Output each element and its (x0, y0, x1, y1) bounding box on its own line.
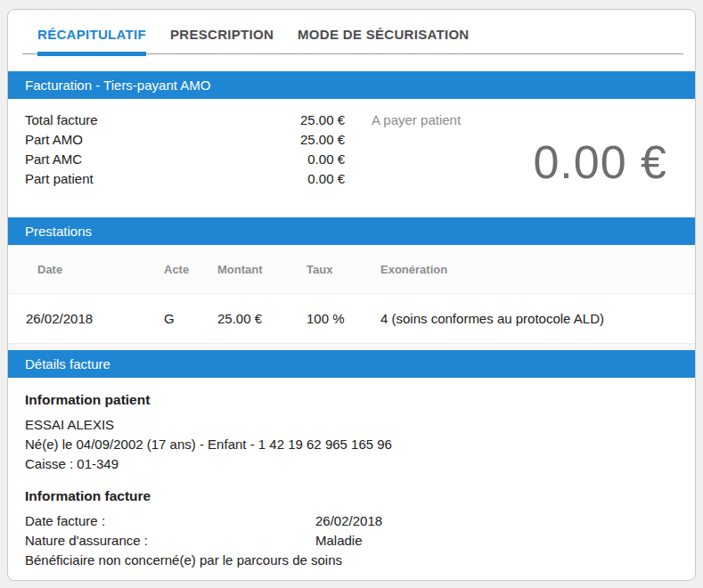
patient-caisse: Caisse : 01-349 (25, 454, 677, 474)
prestations-table-header: Date Acte Montant Taux Exonération (8, 245, 695, 293)
part-patient-value: 0.00 € (307, 169, 345, 189)
part-amc-value: 0.00 € (307, 150, 345, 169)
prestation-table-row: 26/02/2018 G 25.00 € 100 % 4 (soins conf… (8, 293, 695, 344)
nature-assurance-value: Maladie (315, 531, 363, 551)
date-facture-value: 26/02/2018 (315, 511, 382, 531)
part-amo-label: Part AMO (25, 130, 83, 150)
total-facture-value: 25.00 € (300, 110, 345, 130)
prestation-exoneration: 4 (soins conformes au protocole ALD) (380, 311, 695, 326)
patient-due-amount: 0.00 € (372, 139, 667, 185)
details-facture-section-header: Détails facture (8, 350, 695, 378)
date-facture-label: Date facture : (25, 511, 315, 531)
column-header-date: Date (26, 263, 164, 276)
parcours-de-soins-note: Bénéficiaire non concerné(e) par le parc… (25, 551, 677, 570)
prestation-date: 26/02/2018 (26, 311, 164, 326)
information-patient-title: Information patient (25, 390, 677, 410)
part-amo-value: 25.00 € (300, 130, 345, 150)
tab-mode-de-securisation[interactable]: MODE DE SÉCURISATION (298, 27, 469, 53)
part-patient-label: Part patient (25, 169, 94, 189)
part-amo-row: Part AMO 25.00 € (25, 130, 345, 150)
total-facture-label: Total facture (25, 110, 98, 130)
tab-recapitulatif[interactable]: RÉCAPITULATIF (37, 27, 146, 56)
column-header-acte: Acte (164, 263, 217, 276)
column-header-exoneration: Exonération (380, 263, 695, 276)
patient-name: ESSAI ALEXIS (25, 415, 677, 435)
column-header-montant: Montant (217, 263, 307, 276)
patient-due-label: A payer patient (372, 110, 667, 130)
patient-due-panel: A payer patient 0.00 € (345, 110, 695, 217)
part-amc-label: Part AMC (25, 150, 82, 169)
table-bottom-spacer (8, 344, 695, 350)
total-facture-row: Total facture 25.00 € (25, 110, 345, 130)
prestations-section-header: Prestations (8, 217, 695, 245)
tab-prescription[interactable]: PRESCRIPTION (170, 27, 274, 53)
tab-bar: RÉCAPITULATIF PRESCRIPTION MODE DE SÉCUR… (22, 10, 683, 54)
invoice-summary-panel: RÉCAPITULATIF PRESCRIPTION MODE DE SÉCUR… (7, 9, 696, 581)
billing-amounts-list: Total facture 25.00 € Part AMO 25.00 € P… (25, 110, 345, 217)
date-facture-row: Date facture : 26/02/2018 (25, 511, 677, 531)
nature-assurance-row: Nature d'assurance : Maladie (25, 531, 677, 551)
nature-assurance-label: Nature d'assurance : (25, 531, 315, 551)
part-amc-row: Part AMC 0.00 € (25, 150, 345, 169)
facturation-section-header: Facturation - Tiers-payant AMO (8, 71, 695, 99)
prestation-montant: 25.00 € (217, 311, 307, 326)
column-header-taux: Taux (307, 263, 380, 276)
billing-totals-section: Total facture 25.00 € Part AMO 25.00 € P… (8, 99, 695, 217)
prestation-taux: 100 % (307, 311, 380, 326)
patient-birth-line: Né(e) le 04/09/2002 (17 ans) - Enfant - … (25, 435, 677, 454)
part-patient-row: Part patient 0.00 € (25, 169, 345, 189)
details-facture-content: Information patient ESSAI ALEXIS Né(e) l… (8, 378, 695, 570)
information-facture-title: Information facture (25, 486, 677, 506)
prestation-acte: G (164, 311, 217, 326)
